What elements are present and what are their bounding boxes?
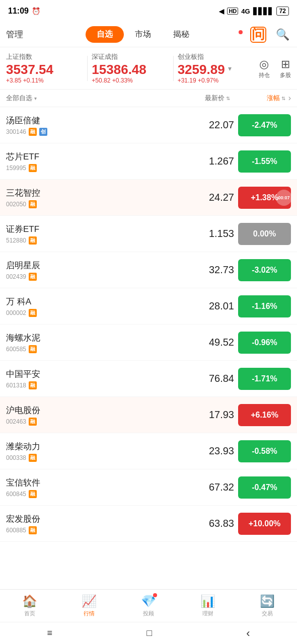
signal-bars: ▋▋▋▋ bbox=[253, 8, 273, 15]
location-icon: ◀ bbox=[219, 8, 224, 15]
stock-code-row: 300146 融创 bbox=[6, 128, 184, 136]
stock-price: 22.07 bbox=[184, 119, 234, 131]
multistock-button[interactable]: ⊞ 多股 bbox=[280, 58, 291, 79]
nav-tabs: 自选 市场 揭秘 bbox=[36, 26, 250, 43]
bottom-nav-首页[interactable]: 🏠 首页 bbox=[22, 594, 37, 617]
stock-row[interactable]: 芯片ETF 159995 融 1.267 -1.55% bbox=[0, 143, 297, 180]
stock-code-row: 002463 融 bbox=[6, 418, 184, 426]
change-button[interactable]: +6.16% bbox=[238, 404, 291, 426]
index-shanghai[interactable]: 上证指数 3537.54 +3.85 +0.11% bbox=[6, 52, 83, 84]
change-button[interactable]: 0.00% bbox=[238, 223, 291, 245]
stock-info: 三花智控 002050 融 bbox=[6, 187, 184, 208]
price-sort-icon: ⇅ bbox=[226, 96, 230, 101]
stock-row[interactable]: 海螺水泥 600585 融 49.52 -0.96% bbox=[0, 325, 297, 361]
stock-name: 证券ETF bbox=[6, 223, 184, 235]
index-chinext[interactable]: 创业板指 3259.89 +31.19 +0.97% ▾ bbox=[178, 52, 255, 84]
stock-code: 000002 bbox=[6, 309, 26, 316]
change-button[interactable]: -2.47% bbox=[238, 114, 291, 136]
stock-code-row: 002439 融 bbox=[6, 273, 184, 281]
stock-tag: 融 bbox=[29, 309, 37, 317]
search-button[interactable]: 🔍 bbox=[274, 26, 291, 43]
stock-tag: 融 bbox=[29, 490, 37, 498]
hd-badge: HD bbox=[227, 8, 238, 15]
stock-row[interactable]: 宝信软件 600845 融 67.32 -0.47% bbox=[0, 469, 297, 506]
system-home-button[interactable]: □ bbox=[134, 624, 164, 642]
stock-code-row: 600845 融 bbox=[6, 490, 184, 498]
change-button[interactable]: -1.16% bbox=[238, 295, 291, 317]
multistock-icon: ⊞ bbox=[281, 58, 290, 71]
stock-info: 潍柴动力 000338 融 bbox=[6, 441, 184, 462]
manage-button[interactable]: 管理 bbox=[6, 29, 36, 40]
status-right: ◀ HD 4G ▋▋▋▋ 72 bbox=[219, 7, 289, 16]
stock-row[interactable]: 潍柴动力 000338 融 23.93 -0.58% bbox=[0, 433, 297, 469]
bottom-icon-1: 📈 bbox=[82, 594, 97, 608]
tab-reveal[interactable]: 揭秘 bbox=[162, 26, 200, 43]
change-button[interactable]: -0.96% bbox=[238, 332, 291, 354]
stock-row[interactable]: 证券ETF 512880 融 1.153 0.00% bbox=[0, 216, 297, 252]
portfolio-button[interactable]: ◎ 持仓 bbox=[259, 58, 270, 79]
bottom-nav-交易[interactable]: 🔄 交易 bbox=[260, 594, 275, 617]
table-expand-icon[interactable]: › bbox=[288, 94, 291, 103]
stock-row[interactable]: 汤臣倍健 300146 融创 22.07 -2.47% bbox=[0, 107, 297, 143]
change-sort-icon: ⇅ bbox=[281, 96, 285, 101]
change-button[interactable]: -3.02% bbox=[238, 259, 291, 281]
stock-row[interactable]: 启明星辰 002439 融 32.73 -3.02% bbox=[0, 252, 297, 288]
change-button[interactable]: -1.55% bbox=[238, 150, 291, 173]
stock-price: 76.84 bbox=[184, 373, 234, 384]
index-shenzhen-value: 15386.48 bbox=[92, 63, 169, 76]
notification-dot bbox=[239, 30, 243, 34]
right-icon-row: ◎ 持仓 ⊞ 多股 bbox=[259, 58, 291, 79]
index-shenzhen-change: +50.82 +0.33% bbox=[92, 77, 169, 84]
bottom-label-0: 首页 bbox=[24, 610, 35, 617]
index-shenzhen[interactable]: 深证成指 15386.48 +50.82 +0.33% bbox=[92, 52, 169, 84]
clock-icon: ⏰ bbox=[32, 7, 40, 15]
stock-code: 002050 bbox=[6, 201, 26, 208]
change-button[interactable]: +1.38% 00:07 bbox=[238, 187, 291, 209]
right-icons: ◎ 持仓 ⊞ 多股 bbox=[259, 58, 291, 79]
stock-row[interactable]: 三花智控 002050 融 24.27 +1.38% 00:07 bbox=[0, 180, 297, 216]
change-button[interactable]: -1.71% bbox=[238, 368, 291, 390]
ask-button[interactable]: 问 bbox=[250, 26, 267, 43]
stock-list: 汤臣倍健 300146 融创 22.07 -2.47% 芯片ETF 159995… bbox=[0, 107, 297, 542]
ask-icon: 问 bbox=[250, 27, 266, 43]
system-back-button[interactable]: ‹ bbox=[234, 623, 262, 644]
col-header-name[interactable]: 全部自选 ▾ bbox=[6, 94, 180, 103]
stock-code-row: 512880 融 bbox=[6, 236, 184, 245]
stock-price: 1.153 bbox=[184, 228, 234, 239]
tab-market[interactable]: 市场 bbox=[124, 26, 162, 43]
stock-row[interactable]: 宏发股份 600885 融 63.83 +10.00% bbox=[0, 506, 297, 542]
col-header-price[interactable]: 最新价 ⇅ bbox=[180, 94, 230, 103]
index-chinext-name: 创业板指 bbox=[178, 52, 225, 61]
stock-name: 启明星辰 bbox=[6, 260, 184, 271]
system-menu-button[interactable]: ≡ bbox=[35, 624, 65, 642]
indices-dropdown-arrow[interactable]: ▾ bbox=[228, 64, 232, 72]
countdown: 00:07 bbox=[276, 190, 292, 206]
bottom-nav-理财[interactable]: 📊 理财 bbox=[200, 594, 215, 617]
stock-code: 002439 bbox=[6, 273, 26, 280]
stock-code-row: 000338 融 bbox=[6, 454, 184, 462]
stock-tag: 融 bbox=[29, 454, 37, 462]
index-chinext-value: 3259.89 bbox=[178, 63, 225, 76]
stock-info: 宝信软件 600845 融 bbox=[6, 477, 184, 498]
stock-row[interactable]: 万 科A 000002 融 28.01 -1.16% bbox=[0, 288, 297, 325]
stock-code: 300146 bbox=[6, 128, 26, 135]
stock-tag: 融 bbox=[29, 418, 37, 426]
change-button[interactable]: -0.47% bbox=[238, 476, 291, 499]
bottom-nav-投顾[interactable]: 💎 投顾 bbox=[141, 594, 156, 617]
status-time: 11:09 bbox=[8, 7, 29, 16]
name-dropdown-icon: ▾ bbox=[34, 96, 37, 101]
stock-code-row: 002050 融 bbox=[6, 200, 184, 208]
tab-watchlist[interactable]: 自选 bbox=[86, 26, 124, 43]
bottom-label-1: 行情 bbox=[84, 610, 95, 617]
stock-row[interactable]: 中国平安 601318 融 76.84 -1.71% bbox=[0, 361, 297, 397]
index-divider-1 bbox=[87, 56, 88, 81]
change-button[interactable]: +10.00% bbox=[238, 513, 291, 535]
stock-info: 证券ETF 512880 融 bbox=[6, 223, 184, 245]
stock-info: 宏发股份 600885 融 bbox=[6, 513, 184, 534]
col-header-change[interactable]: 涨幅 ⇅ bbox=[230, 94, 285, 103]
bottom-nav-行情[interactable]: 📈 行情 bbox=[82, 594, 97, 617]
stock-tag: 融 bbox=[29, 345, 37, 353]
change-button[interactable]: -0.58% bbox=[238, 440, 291, 462]
stock-price: 28.01 bbox=[184, 300, 234, 312]
stock-row[interactable]: 沪电股份 002463 融 17.93 +6.16% bbox=[0, 397, 297, 433]
